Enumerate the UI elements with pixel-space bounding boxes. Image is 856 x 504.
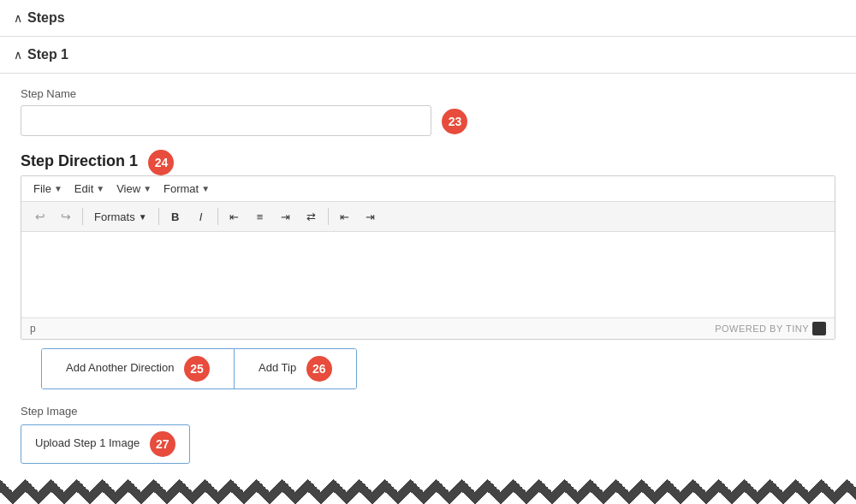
add-tip-button[interactable]: Add Tip 26 [235,349,356,388]
add-direction-button[interactable]: Add Another Direction 25 [42,349,235,388]
edit-dropdown-arrow: ▼ [96,184,104,193]
zigzag-decoration [0,479,856,504]
step-direction-section: Step Direction 1 24 [0,143,856,175]
undo-button[interactable]: ↩ [28,205,52,228]
redo-button[interactable]: ↪ [54,205,78,228]
tiny-logo-icon [812,322,826,335]
italic-button[interactable]: I [189,205,213,228]
page-wrapper: ∧ Steps ∧ Step 1 Step Name 23 Step Direc… [0,0,856,479]
step-name-label: Step Name [21,87,835,100]
editor-menubar: File ▼ Edit ▼ View ▼ Format ▼ [21,176,835,202]
step1-collapse-icon[interactable]: ∧ [14,48,22,62]
upload-step-image-button[interactable]: Upload Step 1 Image 27 [21,424,190,464]
toolbar-divider-3 [217,208,218,225]
add-direction-badge: 25 [184,356,210,382]
editor-content-area[interactable] [21,232,835,317]
format-dropdown-arrow: ▼ [201,184,210,193]
menu-edit[interactable]: Edit ▼ [69,180,110,198]
step-direction-label: Step Direction 1 [21,152,138,169]
action-buttons-wrapper: Add Another Direction 25 Add Tip 26 [21,348,835,389]
upload-btn-badge: 27 [150,431,175,457]
formats-dropdown-button[interactable]: Formats ▼ [87,208,154,226]
bold-button[interactable]: B [163,205,187,228]
steps-title: Steps [27,10,65,26]
step-name-section: Step Name 23 [0,74,856,143]
powered-by-label: POWERED BY TINY [715,323,809,334]
align-justify-button[interactable]: ⇄ [300,205,324,228]
editor-container: File ▼ Edit ▼ View ▼ Format ▼ ↩ ↪ Format… [21,175,835,340]
editor-footer: p POWERED BY TINY [21,317,835,339]
formats-arrow-icon: ▼ [139,212,147,222]
steps-header: ∧ Steps [0,0,856,37]
align-left-button[interactable]: ⇤ [223,205,247,228]
editor-toolbar: ↩ ↪ Formats ▼ B I ⇤ ≡ ⇥ ⇄ ⇤ ⇥ [21,202,835,232]
view-dropdown-arrow: ▼ [143,184,152,193]
indent-decrease-button[interactable]: ⇤ [333,205,357,228]
toolbar-divider-2 [158,208,159,225]
steps-collapse-icon[interactable]: ∧ [14,11,22,25]
step1-title: Step 1 [27,47,68,62]
menu-file[interactable]: File ▼ [28,180,68,198]
toolbar-divider-4 [328,208,329,225]
indent-increase-button[interactable]: ⇥ [359,205,383,228]
step-direction-badge: 24 [148,150,174,175]
step1-header: ∧ Step 1 [0,37,856,74]
menu-view[interactable]: View ▼ [111,180,157,198]
step-name-badge: 23 [442,109,467,134]
align-center-button[interactable]: ≡ [248,205,272,228]
step-image-section: Step Image Upload Step 1 Image 27 [0,398,856,471]
action-buttons-group: Add Another Direction 25 Add Tip 26 [41,348,357,389]
step-name-input[interactable] [21,105,431,136]
add-tip-badge: 26 [306,356,332,382]
step-image-label: Step Image [21,405,835,418]
toolbar-divider-1 [82,208,83,225]
file-dropdown-arrow: ▼ [54,184,62,193]
editor-footer-tag: p [30,323,36,335]
menu-format[interactable]: Format ▼ [158,180,215,198]
align-right-button[interactable]: ⇥ [274,205,298,228]
